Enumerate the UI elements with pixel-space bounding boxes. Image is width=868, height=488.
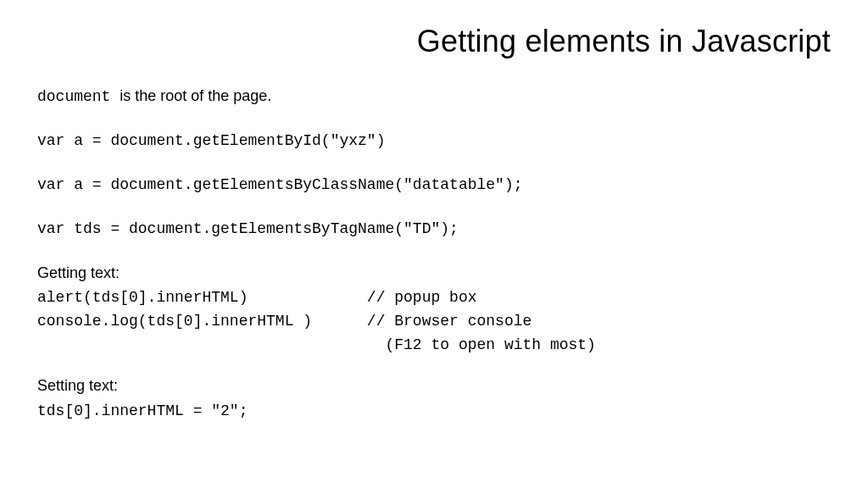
setting-text-block: Setting text: tds[0].innerHTML = "2";	[37, 374, 831, 424]
intro-paragraph: document is the root of the page.	[37, 85, 831, 109]
code-get-by-id: var a = document.getElementById("yxz")	[37, 130, 831, 153]
setting-line-1: tds[0].innerHTML = "2";	[37, 400, 831, 424]
intro-code: document	[37, 88, 120, 105]
getting-line-1: alert(tds[0].innerHTML) // popup box	[37, 286, 831, 310]
code-get-by-tag: var tds = document.getElementsByTagName(…	[37, 218, 831, 241]
intro-text: is the root of the page.	[120, 87, 271, 104]
slide-title: Getting elements in Javascript	[37, 24, 831, 59]
getting-line-2: console.log(tds[0].innerHTML ) // Browse…	[37, 310, 831, 334]
code-get-by-class: var a = document.getElementsByClassName(…	[37, 174, 831, 197]
slide-body: document is the root of the page. var a …	[37, 85, 831, 424]
getting-line-3: (F12 to open with most)	[37, 334, 831, 358]
getting-text-block: Getting text: alert(tds[0].innerHTML) //…	[37, 262, 831, 358]
setting-text-label: Setting text:	[37, 374, 831, 398]
getting-text-label: Getting text:	[37, 262, 831, 286]
